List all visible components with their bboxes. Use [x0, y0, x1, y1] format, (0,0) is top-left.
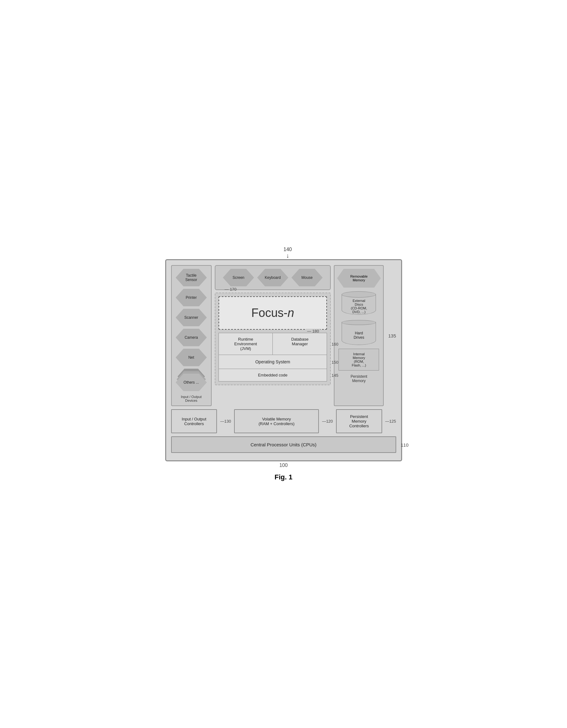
label-130: — 130	[220, 409, 231, 433]
label-100-section: 100	[279, 463, 288, 468]
io-devices-label: Input / Output Devices	[181, 395, 202, 402]
label-125: — 125	[385, 409, 396, 433]
page-wrapper: 140 ↓ Tactile Sensor Printer Scanner Cam…	[165, 247, 402, 481]
db-manager-box: Database Manager	[273, 333, 327, 355]
hexagon-screen: Screen	[223, 269, 254, 286]
persistent-memory-label: Persistent Memory	[351, 374, 367, 383]
cpu-bar: Central Processor Units (CPUs)	[171, 436, 396, 453]
persistent-memory-panel: Removable Memory External Discs (CD-ROM,…	[334, 265, 384, 406]
fig-label: Fig. 1	[275, 473, 292, 481]
hexagon-keyboard: Keyboard	[257, 269, 288, 286]
label-100: 100	[279, 463, 288, 468]
label-145: 145	[332, 373, 338, 378]
label-110: 110	[400, 442, 408, 447]
hexagon-net: Net	[176, 349, 207, 366]
label-170: — 170	[225, 287, 237, 292]
internal-memory-box: Internal Memory (ROM, Flash, ...)	[338, 349, 379, 371]
label-135-col: 135	[387, 265, 396, 406]
embedded-code-box: Embedded code	[219, 369, 327, 381]
hexagon-mouse: Mouse	[291, 269, 322, 286]
label-140: 140 ↓	[284, 247, 292, 259]
hard-drives-cylinder: Hard Drives	[342, 320, 376, 345]
label-120: — 120	[322, 409, 333, 433]
hexagon-printer: Printer	[176, 289, 207, 306]
runtime-db-section: Runtime Environment (JVM) Database Manag…	[219, 333, 327, 355]
center-column: Screen Keyboard Mouse — 170	[215, 265, 331, 406]
cylinder-body-hard: Hard Drives	[342, 322, 376, 345]
top-section: Tactile Sensor Printer Scanner Camera Ne…	[171, 265, 396, 406]
io-devices-panel: Tactile Sensor Printer Scanner Camera Ne…	[171, 265, 212, 406]
focus-n-text: Focus-n	[251, 306, 294, 320]
external-discs-cylinder: External Discs (CD-ROM, DVD, ...)	[342, 291, 376, 316]
hexagon-scanner: Scanner	[176, 309, 207, 326]
persistent-controllers-box: Persistent Memory Controllers	[336, 409, 382, 433]
focus-n-box: Focus-n — 180	[219, 296, 327, 330]
label-135: 135	[388, 333, 396, 338]
label-150: 150	[332, 360, 338, 364]
label-160: 160	[332, 342, 338, 346]
embedded-section: Embedded code 145	[219, 369, 327, 381]
top-input-row: Screen Keyboard Mouse	[215, 265, 331, 290]
volatile-memory-box: Volatile Memory (RAM + Controllers)	[234, 409, 319, 433]
removable-memory: Removable Memory	[337, 269, 380, 288]
cpu-section: Central Processor Units (CPUs) 110	[171, 436, 396, 453]
outer-box-100: Tactile Sensor Printer Scanner Camera Ne…	[165, 259, 402, 461]
hexagon-tactile-sensor: Tactile Sensor	[176, 269, 207, 286]
bottom-controllers-section: Input / Output Controllers — 130 Volatil…	[171, 409, 396, 433]
cylinder-top-external	[342, 291, 376, 298]
runtime-env-box: Runtime Environment (JVM)	[219, 333, 273, 355]
io-controllers-box: Input / Output Controllers	[171, 409, 217, 433]
hexagon-camera: Camera	[176, 329, 207, 346]
runtime-db-row: Runtime Environment (JVM) Database Manag…	[219, 333, 327, 355]
software-stack-dashed: — 170 Focus-n — 180	[215, 293, 331, 385]
os-section: Operating System 150	[219, 355, 327, 369]
hexagon-others: Others ...	[176, 369, 207, 391]
os-box: Operating System	[219, 355, 327, 369]
